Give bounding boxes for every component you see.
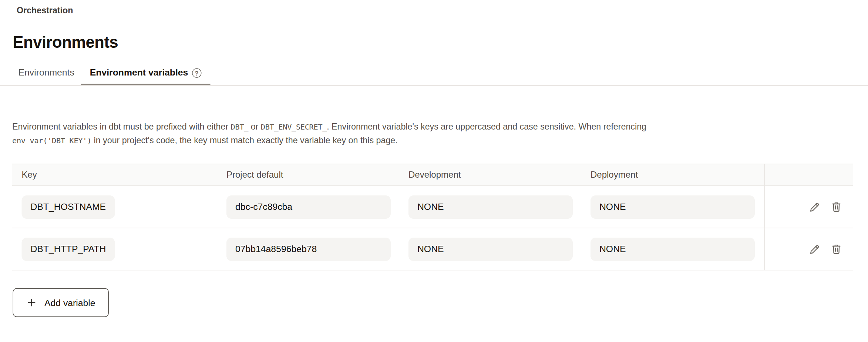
trash-icon bbox=[830, 201, 842, 213]
column-header-development: Development bbox=[408, 170, 591, 180]
tab-bar: Environments Environment variables ? bbox=[12, 66, 211, 86]
development-pill: NONE bbox=[408, 237, 573, 261]
code-snippet: env_var('DBT_KEY') bbox=[12, 136, 91, 145]
environment-variables-page: Orchestration Environments Environments … bbox=[0, 0, 868, 342]
code-snippet: DBT_ bbox=[231, 122, 249, 131]
table-header-row: Key Project default Development Deployme… bbox=[12, 164, 853, 186]
project-default-pill: 07bb14a8596beb78 bbox=[226, 237, 391, 261]
add-variable-button[interactable]: Add variable bbox=[13, 288, 109, 317]
edit-button[interactable] bbox=[808, 200, 821, 214]
pencil-icon bbox=[809, 243, 821, 255]
deployment-pill: NONE bbox=[591, 237, 755, 261]
development-pill: NONE bbox=[408, 195, 573, 218]
help-icon[interactable]: ? bbox=[192, 68, 202, 78]
code-snippet: DBT_ENV_SECRET_ bbox=[261, 122, 327, 131]
tab-environments-label: Environments bbox=[18, 67, 74, 78]
deployment-pill: NONE bbox=[591, 195, 755, 218]
key-pill: DBT_HOSTNAME bbox=[22, 195, 115, 218]
description-segment: . Environment variable's keys are upperc… bbox=[327, 122, 646, 131]
delete-button[interactable] bbox=[830, 200, 843, 214]
table-row: DBT_HTTP_PATH 07bb14a8596beb78 NONE NONE bbox=[12, 228, 853, 271]
tab-environment-variables[interactable]: Environment variables ? bbox=[81, 66, 210, 86]
env-vars-table: Key Project default Development Deployme… bbox=[12, 164, 853, 271]
key-pill: DBT_HTTP_PATH bbox=[22, 237, 115, 261]
pencil-icon bbox=[809, 201, 821, 213]
column-header-key: Key bbox=[12, 170, 226, 180]
tabs-divider bbox=[0, 85, 868, 86]
add-variable-label: Add variable bbox=[44, 297, 95, 308]
trash-icon bbox=[830, 243, 842, 255]
description-text: Environment variables in dbt must be pre… bbox=[12, 120, 846, 147]
row-actions bbox=[764, 228, 853, 270]
edit-button[interactable] bbox=[808, 242, 821, 256]
description-segment: or bbox=[248, 122, 261, 131]
breadcrumb: Orchestration bbox=[17, 6, 73, 16]
project-default-pill: dbc-c7c89cba bbox=[226, 195, 391, 218]
row-actions bbox=[764, 186, 853, 228]
column-header-project-default: Project default bbox=[226, 170, 408, 180]
column-header-deployment: Deployment bbox=[591, 170, 764, 180]
page-title: Environments bbox=[13, 33, 118, 52]
tab-environments[interactable]: Environments bbox=[12, 66, 81, 86]
delete-button[interactable] bbox=[830, 242, 843, 256]
table-row: DBT_HOSTNAME dbc-c7c89cba NONE NONE bbox=[12, 186, 853, 228]
tab-environment-variables-label: Environment variables bbox=[90, 67, 188, 78]
column-header-actions bbox=[764, 164, 853, 185]
plus-icon bbox=[26, 297, 37, 308]
description-segment: in your project's code, the key must mat… bbox=[91, 135, 398, 145]
description-segment: Environment variables in dbt must be pre… bbox=[12, 122, 231, 131]
